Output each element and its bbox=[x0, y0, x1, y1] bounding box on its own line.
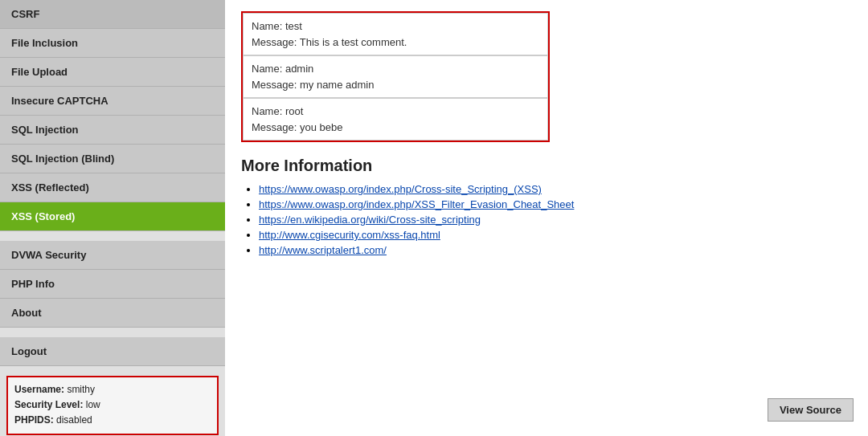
sidebar-item-csrf[interactable]: CSRF bbox=[0, 0, 225, 29]
sidebar-item-sql-injection-blind[interactable]: SQL Injection (Blind) bbox=[0, 145, 225, 173]
sidebar-item-about[interactable]: About bbox=[0, 299, 225, 328]
nav-spacer bbox=[0, 231, 225, 241]
message-entry: Name: testMessage: This is a test commen… bbox=[243, 13, 548, 55]
sidebar-item-dvwa-security[interactable]: DVWA Security bbox=[0, 241, 225, 270]
phpids-label: PHPIDS: bbox=[14, 414, 54, 426]
message-text: Message: you bebe bbox=[252, 121, 342, 133]
sidebar: CSRFFile InclusionFile UploadInsecure CA… bbox=[0, 0, 225, 436]
sidebar-item-logout[interactable]: Logout bbox=[0, 337, 225, 366]
message-name: Name: root bbox=[252, 105, 303, 117]
list-item: https://www.owasp.org/index.php/XSS_Filt… bbox=[259, 198, 852, 210]
username-label: Username: bbox=[14, 384, 64, 395]
sidebar-item-xss-stored[interactable]: XSS (Stored) bbox=[0, 202, 225, 231]
security-line: Security Level: low bbox=[14, 397, 211, 413]
message-entry: Name: adminMessage: my name admin bbox=[243, 55, 548, 98]
more-info-link[interactable]: http://www.scriptalert1.com/ bbox=[259, 244, 387, 256]
list-item: http://www.cgisecurity.com/xss-faq.html bbox=[259, 229, 852, 241]
message-box-wrapper: Name: testMessage: This is a test commen… bbox=[241, 11, 550, 142]
link-list: https://www.owasp.org/index.php/Cross-si… bbox=[241, 183, 852, 256]
list-item: https://en.wikipedia.org/wiki/Cross-site… bbox=[259, 214, 852, 226]
more-info-link[interactable]: http://www.cgisecurity.com/xss-faq.html bbox=[259, 229, 440, 241]
main-content: Name: testMessage: This is a test commen… bbox=[225, 0, 868, 436]
phpids-value: disabled bbox=[56, 414, 92, 426]
security-label: Security Level: bbox=[14, 399, 83, 410]
more-info-section: More Information https://www.owasp.org/i… bbox=[241, 157, 852, 256]
sidebar-item-php-info[interactable]: PHP Info bbox=[0, 270, 225, 299]
username-line: Username: smithy bbox=[14, 382, 211, 397]
view-source-button[interactable]: View Source bbox=[768, 398, 854, 422]
list-item: http://www.scriptalert1.com/ bbox=[259, 244, 852, 256]
more-info-link[interactable]: https://www.owasp.org/index.php/XSS_Filt… bbox=[259, 198, 574, 210]
message-name: Name: admin bbox=[252, 63, 313, 75]
sidebar-item-file-upload[interactable]: File Upload bbox=[0, 58, 225, 87]
sidebar-item-xss-reflected[interactable]: XSS (Reflected) bbox=[0, 173, 225, 202]
sidebar-item-sql-injection[interactable]: SQL Injection bbox=[0, 116, 225, 145]
message-text: Message: my name admin bbox=[252, 79, 374, 91]
list-item: https://www.owasp.org/index.php/Cross-si… bbox=[259, 183, 852, 195]
more-info-heading: More Information bbox=[241, 157, 852, 175]
more-info-link[interactable]: https://en.wikipedia.org/wiki/Cross-site… bbox=[259, 214, 481, 226]
phpids-line: PHPIDS: disabled bbox=[14, 413, 211, 428]
logout-item: Logout bbox=[0, 337, 225, 366]
sidebar-item-file-inclusion[interactable]: File Inclusion bbox=[0, 29, 225, 58]
security-value: low bbox=[86, 399, 100, 410]
message-entry: Name: rootMessage: you bebe bbox=[243, 98, 548, 141]
nav-items: CSRFFile InclusionFile UploadInsecure CA… bbox=[0, 0, 225, 231]
username-value: smithy bbox=[67, 384, 95, 395]
message-name: Name: test bbox=[252, 20, 302, 32]
nav-spacer-2 bbox=[0, 328, 225, 337]
util-items: DVWA SecurityPHP InfoAbout bbox=[0, 241, 225, 328]
sidebar-item-insecure-captcha[interactable]: Insecure CAPTCHA bbox=[0, 87, 225, 116]
more-info-link[interactable]: https://www.owasp.org/index.php/Cross-si… bbox=[259, 183, 542, 195]
message-text: Message: This is a test comment. bbox=[252, 36, 407, 48]
user-info-box: Username: smithy Security Level: low PHP… bbox=[6, 376, 219, 435]
